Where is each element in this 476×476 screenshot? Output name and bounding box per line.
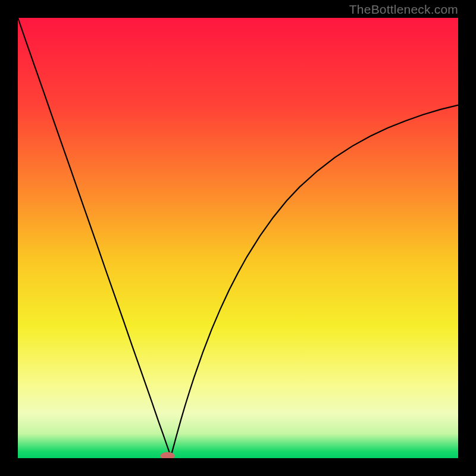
bottleneck-chart xyxy=(18,18,458,458)
chart-frame xyxy=(18,18,458,458)
chart-background xyxy=(18,18,458,458)
watermark-text: TheBottleneck.com xyxy=(349,2,458,17)
